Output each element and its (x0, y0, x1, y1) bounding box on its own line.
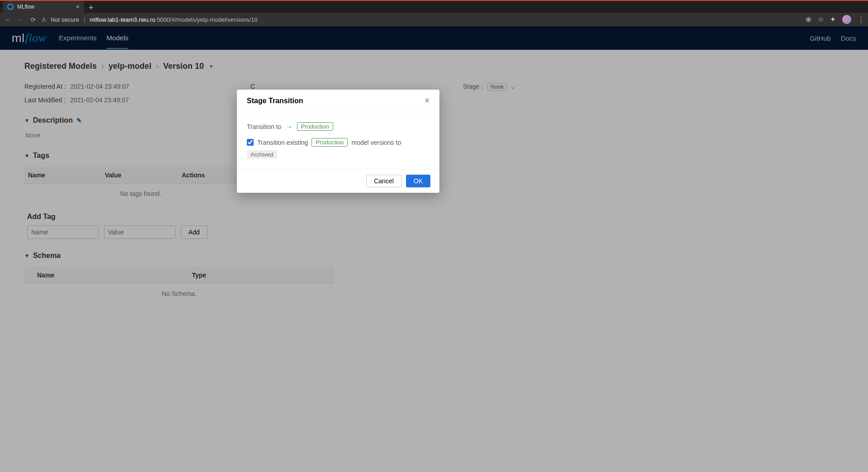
ok-button[interactable]: OK (406, 175, 430, 187)
forward-icon[interactable]: → (16, 16, 24, 23)
target-stage-chip: Production (297, 122, 333, 131)
arrow-right-icon: → (286, 123, 292, 130)
url-display[interactable]: mlflow.lab1-team3.neu.ro:5000/#/models/y… (90, 16, 257, 23)
cancel-button[interactable]: Cancel (366, 175, 401, 187)
cb-text-2: model versions to (351, 139, 401, 146)
cb-text-1: Transition existing (257, 139, 308, 146)
back-icon[interactable]: ← (4, 16, 12, 23)
reload-icon[interactable]: ⟳ (29, 16, 37, 23)
modal-title: Stage Transition (247, 97, 303, 105)
zoom-icon[interactable]: ⊕ (806, 15, 811, 24)
existing-stage-chip: Production (311, 138, 348, 147)
browser-tab[interactable]: MLflow × (3, 1, 84, 13)
not-secure-icon[interactable]: ⚠ (42, 17, 46, 23)
transition-to-label: Transition to (247, 123, 282, 130)
not-secure-label: Not secure (51, 16, 79, 23)
url-domain: mlflow.lab1-team3.neu.ro (90, 16, 155, 23)
browser-tab-bar: MLflow × + (0, 0, 868, 13)
browser-menu-icon[interactable]: ⋮ (858, 15, 864, 24)
address-bar: ← → ⟳ ⚠ Not secure | mlflow.lab1-team3.n… (0, 13, 868, 26)
tab-title: MLflow (17, 4, 34, 10)
archive-existing-checkbox[interactable] (247, 139, 254, 146)
new-tab-button[interactable]: + (84, 3, 98, 13)
profile-avatar-icon[interactable] (842, 15, 851, 24)
extensions-icon[interactable]: ✦ (830, 15, 836, 24)
url-path: :5000/#/models/yelp-model/versions/10 (156, 16, 258, 23)
close-icon[interactable]: × (425, 96, 429, 105)
stage-transition-modal: Stage Transition × Transition to → Produ… (237, 90, 439, 193)
archived-chip: Archived (247, 150, 277, 159)
close-tab-icon[interactable]: × (76, 3, 80, 10)
mlflow-favicon-icon (7, 4, 14, 10)
bookmark-icon[interactable]: ☆ (818, 15, 824, 24)
